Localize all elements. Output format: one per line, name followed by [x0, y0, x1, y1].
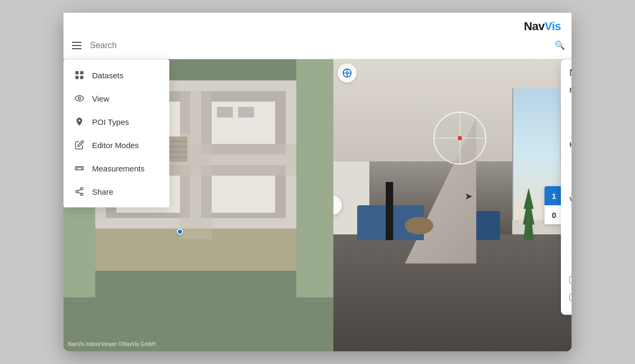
hamburger-line-3 — [72, 48, 81, 49]
hamburger-line-2 — [72, 45, 81, 46]
svg-point-40 — [80, 188, 83, 190]
section-horizontal-label: Horizontal — [569, 141, 572, 149]
hamburger-line-1 — [72, 42, 81, 43]
row-distance-checkbox[interactable] — [569, 276, 572, 284]
share-icon — [74, 186, 85, 197]
datasets-icon — [74, 70, 85, 80]
editor-icon — [74, 140, 85, 150]
viewer-image: ➤ — [333, 59, 572, 351]
panel-divider — [569, 250, 572, 250]
menu-item-share[interactable]: Share — [64, 180, 169, 203]
horizontal-tools-grid: Distance Polygon R — [569, 154, 572, 188]
menu-label-editor-modes: Editor Modes — [92, 141, 139, 150]
map-watermark: NavVis IndoorViewer ©NavVis GmbH — [68, 341, 156, 347]
svg-rect-15 — [238, 107, 254, 117]
svg-rect-23 — [296, 59, 333, 297]
logo-vis-part: Vis — [545, 20, 561, 33]
menu-item-view[interactable]: View — [64, 87, 169, 110]
h-distance-btn[interactable]: Distance — [569, 154, 572, 188]
svg-line-44 — [78, 189, 80, 191]
chair — [476, 211, 500, 240]
row-area-checkbox[interactable] — [569, 294, 572, 301]
menu-label-measurements: Measurements — [92, 164, 144, 173]
viewer-area[interactable]: ➤ 1 0 — [333, 59, 572, 351]
svg-rect-31 — [80, 71, 84, 75]
lamp — [386, 182, 393, 240]
v-distance-btn[interactable]: Distance — [569, 208, 572, 242]
panel-actions — [569, 257, 572, 267]
menu-label-datasets: Datasets — [92, 71, 123, 80]
search-bar: 🔍 — [64, 32, 572, 59]
free-tools-grid: Distance Polygon — [569, 99, 572, 133]
logo-nav-part: Nav — [524, 20, 545, 33]
measurement-row-area: Area 5.28 m² — [569, 289, 572, 306]
vertical-tools-grid: Distance Polygon R — [569, 208, 572, 242]
svg-point-34 — [78, 97, 81, 100]
menu-item-datasets[interactable]: Datasets — [64, 63, 169, 87]
search-input[interactable] — [90, 41, 550, 50]
svg-point-41 — [76, 190, 78, 193]
menu-item-editor-modes[interactable]: Editor Modes — [64, 133, 169, 157]
menu-label-poi-types: POI Types — [92, 117, 129, 126]
poi-icon — [74, 116, 85, 127]
navvis-logo: NavVis — [524, 20, 561, 33]
crosshair — [433, 112, 486, 165]
table — [405, 217, 433, 234]
section-free-label: Free — [569, 86, 572, 94]
hamburger-button[interactable] — [70, 40, 84, 51]
viewer-location-icon[interactable] — [338, 63, 357, 83]
menu-label-share: Share — [92, 187, 113, 196]
measurements-panel: Measurements Free Distance — [561, 59, 572, 315]
section-vertical-label: Vertical — [569, 195, 572, 203]
measurement-row-distance: Distance 3.75 m — [569, 271, 572, 289]
svg-point-42 — [80, 193, 83, 196]
dropdown-menu: Datasets View POI Types — [64, 59, 169, 207]
view-icon — [74, 93, 85, 104]
free-distance-btn[interactable]: Distance — [569, 99, 572, 133]
cursor-arrow: ➤ — [465, 190, 473, 202]
svg-rect-14 — [217, 107, 233, 117]
menu-item-measurements[interactable]: Measurements — [64, 157, 169, 180]
browser-body: NavVis IndoorViewer ©NavVis GmbH — [64, 32, 572, 351]
svg-rect-9 — [212, 176, 275, 213]
browser-window: ‹ › NavVis — [64, 13, 572, 351]
measurements-title: Measurements — [569, 68, 572, 79]
browser-titlebar: ‹ › NavVis — [64, 13, 572, 32]
menu-label-view: View — [92, 94, 109, 103]
crosshair-dot — [458, 136, 462, 140]
search-icon[interactable]: 🔍 — [555, 40, 565, 50]
svg-point-29 — [346, 72, 349, 75]
svg-rect-30 — [76, 71, 79, 75]
measurements-icon — [74, 163, 85, 174]
svg-rect-32 — [76, 76, 79, 79]
svg-rect-21 — [85, 229, 307, 271]
menu-item-poi-types[interactable]: POI Types — [64, 110, 169, 133]
svg-rect-33 — [80, 76, 84, 79]
search-input-wrap: 🔍 — [90, 40, 565, 50]
svg-line-43 — [78, 192, 80, 194]
